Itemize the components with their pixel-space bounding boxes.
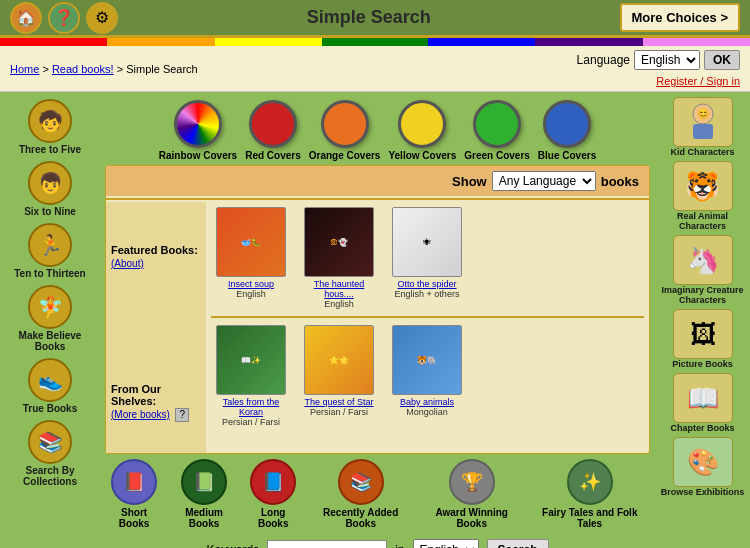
readbooks-link[interactable]: Read books! — [52, 63, 114, 75]
more-choices-button[interactable]: More Choices > — [620, 3, 740, 32]
chapter-books-icon: 📖 — [673, 373, 733, 423]
sidebar-item-six-to-nine[interactable]: 👦 Six to Nine — [5, 159, 95, 219]
shelves-label: From Our Shelves: — [111, 383, 201, 407]
haunted-house-title[interactable]: The haunted hous.... — [299, 279, 379, 299]
blue-covers-label: Blue Covers — [538, 150, 596, 161]
book-baby-animals[interactable]: 🐯🐘 Baby animals Mongolian — [387, 325, 467, 417]
red-circle — [249, 100, 297, 148]
short-books-label: Short Books — [105, 507, 163, 529]
red-covers-item[interactable]: Red Covers — [245, 100, 301, 161]
yellow-circle — [398, 100, 446, 148]
blue-covers-item[interactable]: Blue Covers — [538, 100, 596, 161]
main-layout: 🧒 Three to Five 👦 Six to Nine 🏃 Ten to T… — [0, 92, 750, 548]
ok-button[interactable]: OK — [704, 50, 740, 70]
yellow-covers-item[interactable]: Yellow Covers — [388, 100, 456, 161]
keywords-input[interactable] — [267, 540, 387, 548]
short-books-icon: 📕 — [111, 459, 157, 505]
search-button[interactable]: Search — [487, 539, 549, 548]
sidebar-item-three-to-five[interactable]: 🧒 Three to Five — [5, 97, 95, 157]
award-winning-item[interactable]: 🏆 Award Winning Books — [420, 459, 524, 529]
otto-spider-title[interactable]: Otto the spider — [397, 279, 456, 289]
insect-soup-cover: 🥣🐛 — [216, 207, 286, 277]
recently-added-item[interactable]: 📚 Recently Added Books — [308, 459, 414, 529]
koran-title[interactable]: Tales from the Koran — [211, 397, 291, 417]
search-language-select[interactable]: English — [413, 539, 479, 548]
featured-books-row: 🥣🐛 Insect soup English 🏚👻 The haunted ho… — [211, 207, 644, 309]
book-koran[interactable]: 📖✨ Tales from the Koran Persian / Farsi — [211, 325, 291, 427]
rainbow-covers-label: Rainbow Covers — [159, 150, 237, 161]
book-quest-star[interactable]: ⭐🌟 The quest of Star Persian / Farsi — [299, 325, 379, 417]
rainbow-stripe — [0, 38, 750, 46]
imaginary-creature-item[interactable]: 🦄 Imaginary Creature Characters — [660, 235, 745, 305]
show-bar: Show Any Language books — [106, 166, 649, 196]
books-label: books — [601, 174, 639, 189]
short-books-item[interactable]: 📕 Short Books — [105, 459, 163, 529]
signin-link[interactable]: Register / Sign in — [656, 75, 740, 87]
blue-circle — [543, 100, 591, 148]
baby-animals-title[interactable]: Baby animals — [400, 397, 454, 407]
green-covers-item[interactable]: Green Covers — [464, 100, 530, 161]
baby-animals-cover: 🐯🐘 — [392, 325, 462, 395]
koran-lang: Persian / Farsi — [222, 417, 280, 427]
language-select[interactable]: English — [634, 50, 700, 70]
sidebar-item-make-believe[interactable]: 🧚 Make Believe Books — [5, 283, 95, 354]
featured-about-link[interactable]: (About) — [111, 258, 144, 269]
help-icon[interactable]: ❓ — [48, 2, 80, 34]
insect-soup-title[interactable]: Insect soup — [228, 279, 274, 289]
chapter-books-item[interactable]: 📖 Chapter Books — [660, 373, 745, 433]
shelves-info-icon[interactable]: ? — [175, 408, 189, 422]
sidebar-item-search-collections[interactable]: 📚 Search By Collections — [5, 418, 95, 489]
otto-spider-lang: English + others — [395, 289, 460, 299]
fairy-tales-item[interactable]: ✨ Fairy Tales and Folk Tales — [530, 459, 651, 529]
orange-covers-label: Orange Covers — [309, 150, 381, 161]
page-title: Simple Search — [307, 7, 431, 28]
koran-cover: 📖✨ — [216, 325, 286, 395]
rainbow-circle — [174, 100, 222, 148]
quest-star-title[interactable]: The quest of Star — [304, 397, 373, 407]
green-covers-label: Green Covers — [464, 150, 530, 161]
current-page: Simple Search — [126, 63, 198, 75]
medium-books-label: Medium Books — [169, 507, 239, 529]
recently-added-icon: 📚 — [338, 459, 384, 505]
baby-animals-lang: Mongolian — [406, 407, 448, 417]
language-filter-select[interactable]: Any Language — [492, 171, 596, 191]
picture-books-item[interactable]: 🖼 Picture Books — [660, 309, 745, 369]
content-panel: Show Any Language books Featured Books: … — [105, 165, 650, 454]
home-link[interactable]: Home — [10, 63, 39, 75]
shelves-more-link[interactable]: (More books) — [111, 409, 170, 420]
home-icon[interactable]: 🏠 — [10, 2, 42, 34]
browse-exhibitions-icon: 🎨 — [673, 437, 733, 487]
book-otto-spider[interactable]: 🕷 Otto the spider English + others — [387, 207, 467, 299]
book-haunted-house[interactable]: 🏚👻 The haunted hous.... English — [299, 207, 379, 309]
svg-text:😊: 😊 — [697, 107, 710, 120]
real-animal-item[interactable]: 🐯 Real Animal Characters — [660, 161, 745, 231]
top-icons: 🏠 ❓ ⚙ — [10, 2, 118, 34]
orange-covers-item[interactable]: Orange Covers — [309, 100, 381, 161]
sidebar-item-ten-to-thirteen[interactable]: 🏃 Ten to Thirteen — [5, 221, 95, 281]
true-books-label: True Books — [23, 403, 77, 414]
quest-star-cover: ⭐🌟 — [304, 325, 374, 395]
make-believe-icon: 🧚 — [28, 285, 72, 329]
kid-characters-item[interactable]: 😊 Kid Characters — [660, 97, 745, 157]
browse-exhibitions-item[interactable]: 🎨 Browse Exhibitions — [660, 437, 745, 497]
rainbow-covers-item[interactable]: Rainbow Covers — [159, 100, 237, 161]
award-winning-icon: 🏆 — [449, 459, 495, 505]
books-divider — [211, 316, 644, 318]
ten-to-thirteen-icon: 🏃 — [28, 223, 72, 267]
sidebar-item-true-books[interactable]: 👟 True Books — [5, 356, 95, 416]
yellow-covers-label: Yellow Covers — [388, 150, 456, 161]
featured-label: Featured Books: — [111, 244, 201, 256]
award-winning-label: Award Winning Books — [420, 507, 524, 529]
medium-books-item[interactable]: 📗 Medium Books — [169, 459, 239, 529]
fairy-tales-icon: ✨ — [567, 459, 613, 505]
settings-icon[interactable]: ⚙ — [86, 2, 118, 34]
three-to-five-label: Three to Five — [19, 144, 81, 155]
three-to-five-icon: 🧒 — [28, 99, 72, 143]
bottom-circles-row: 📕 Short Books 📗 Medium Books 📘 Long Book… — [100, 454, 655, 534]
books-left-labels: Featured Books: (About) From Our Shelves… — [106, 202, 206, 453]
search-collections-label: Search By Collections — [7, 465, 93, 487]
haunted-house-cover: 🏚👻 — [304, 207, 374, 277]
otto-spider-cover: 🕷 — [392, 207, 462, 277]
book-insect-soup[interactable]: 🥣🐛 Insect soup English — [211, 207, 291, 299]
long-books-item[interactable]: 📘 Long Books — [245, 459, 302, 529]
